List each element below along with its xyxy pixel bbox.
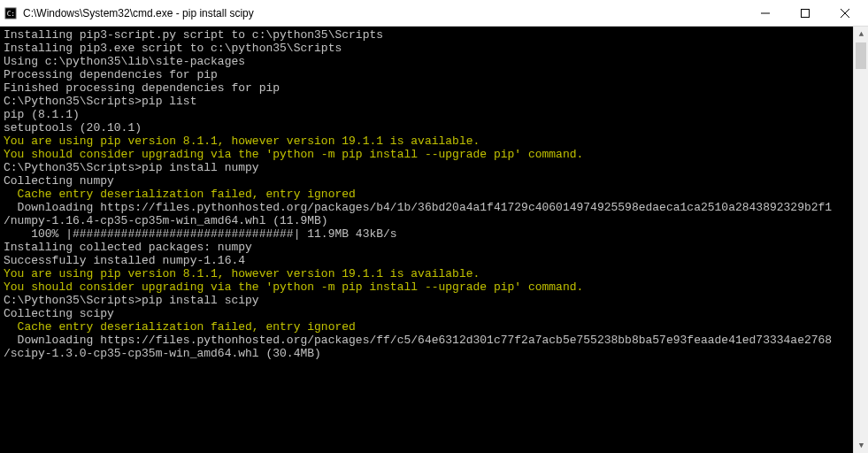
terminal-line: C:\Python35\Scripts>pip install scipy — [4, 294, 849, 307]
window-controls — [745, 0, 864, 27]
terminal-line: pip (8.1.1) — [4, 108, 849, 121]
terminal-line: Collecting scipy — [4, 307, 849, 320]
terminal-body: Installing pip3-script.py script to c:\p… — [0, 27, 868, 453]
close-button[interactable] — [825, 0, 864, 27]
cmd-window: C: C:\Windows\System32\cmd.exe - pip ins… — [0, 0, 868, 453]
cmd-icon: C: — [4, 6, 18, 20]
terminal-line: You should consider upgrading via the 'p… — [4, 148, 849, 161]
svg-rect-3 — [801, 9, 809, 17]
terminal-output[interactable]: Installing pip3-script.py script to c:\p… — [0, 27, 853, 453]
terminal-line: Installing pip3.exe script to c:\python3… — [4, 42, 849, 55]
terminal-line: /numpy-1.16.4-cp35-cp35m-win_amd64.whl (… — [4, 214, 849, 227]
terminal-line: Installing collected packages: numpy — [4, 241, 849, 254]
terminal-line: C:\Python35\Scripts>pip list — [4, 95, 849, 108]
scrollbar[interactable]: ▲ ▼ — [853, 27, 868, 453]
terminal-line: Installing pip3-script.py script to c:\p… — [4, 28, 849, 42]
terminal-line: Successfully installed numpy-1.16.4 — [4, 254, 849, 267]
terminal-line: 100% |################################| … — [4, 227, 849, 241]
titlebar[interactable]: C: C:\Windows\System32\cmd.exe - pip ins… — [0, 0, 868, 27]
terminal-line: You should consider upgrading via the 'p… — [4, 280, 849, 294]
terminal-line: Processing dependencies for pip — [4, 68, 849, 81]
terminal-line: C:\Python35\Scripts>pip install numpy — [4, 161, 849, 174]
scroll-thumb[interactable] — [856, 42, 866, 69]
svg-text:C:: C: — [7, 9, 15, 17]
scroll-down-icon[interactable]: ▼ — [854, 438, 868, 453]
minimize-button[interactable] — [745, 0, 785, 27]
window-title: C:\Windows\System32\cmd.exe - pip instal… — [23, 7, 745, 19]
terminal-line: You are using pip version 8.1.1, however… — [4, 134, 849, 148]
maximize-button[interactable] — [785, 0, 825, 27]
terminal-line: Downloading https://files.pythonhosted.o… — [4, 334, 849, 347]
terminal-line: /scipy-1.3.0-cp35-cp35m-win_amd64.whl (3… — [4, 347, 849, 360]
terminal-line: Cache entry deserialization failed, entr… — [4, 188, 849, 201]
scroll-up-icon[interactable]: ▲ — [854, 27, 868, 42]
terminal-line: You are using pip version 8.1.1, however… — [4, 267, 849, 280]
terminal-line: setuptools (20.10.1) — [4, 121, 849, 134]
terminal-line: Cache entry deserialization failed, entr… — [4, 320, 849, 334]
terminal-line: Downloading https://files.pythonhosted.o… — [4, 201, 849, 214]
terminal-line: Using c:\python35\lib\site-packages — [4, 55, 849, 68]
terminal-line: Collecting numpy — [4, 174, 849, 188]
terminal-line: Finished processing dependencies for pip — [4, 81, 849, 95]
